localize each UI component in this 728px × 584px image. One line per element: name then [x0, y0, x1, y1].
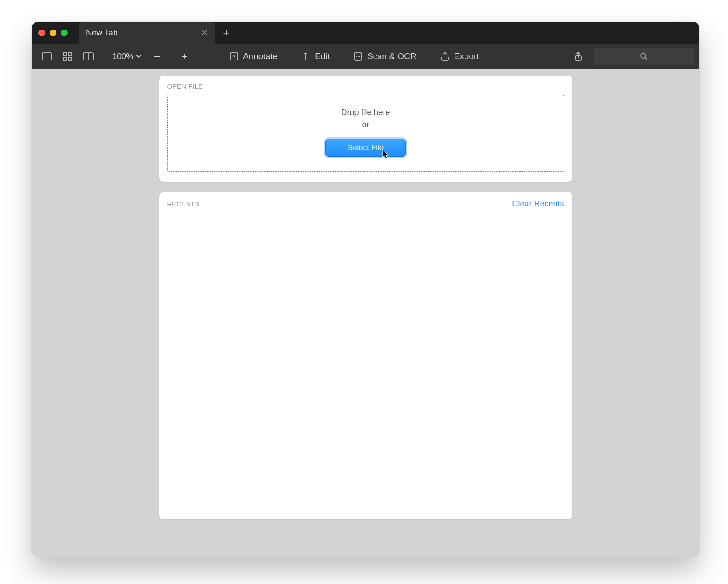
toolbar-divider — [103, 50, 103, 62]
plus-icon — [181, 53, 188, 60]
sidebar-icon — [42, 52, 52, 60]
edit-button[interactable]: Edit — [297, 47, 334, 65]
svg-rect-0 — [42, 53, 51, 60]
thumbnails-button[interactable] — [58, 47, 76, 65]
book-icon — [83, 52, 94, 60]
share-icon — [574, 51, 583, 61]
scan-ocr-label: Scan & OCR — [367, 51, 417, 61]
svg-line-19 — [645, 58, 647, 60]
tab-title: New Tab — [86, 28, 118, 38]
scan-ocr-button[interactable]: Scan & OCR — [349, 47, 421, 65]
window-controls — [38, 30, 68, 36]
content-area: OPEN FILE Drop file here or Select File … — [32, 69, 699, 557]
toolbar: 100% A Annotate Edit Scan & OCR Export — [32, 44, 699, 69]
scan-icon — [354, 51, 363, 61]
edit-icon — [301, 52, 310, 61]
export-button[interactable]: Export — [436, 47, 484, 65]
svg-rect-3 — [68, 52, 71, 55]
clear-recents-link[interactable]: Clear Recents — [512, 199, 564, 209]
svg-text:A: A — [232, 54, 236, 59]
file-dropzone[interactable]: Drop file here or Select File — [167, 95, 564, 172]
select-file-button[interactable]: Select File — [325, 139, 406, 157]
edit-label: Edit — [315, 51, 330, 61]
open-file-title: OPEN FILE — [167, 83, 564, 90]
svg-rect-2 — [63, 52, 66, 55]
drop-text: Drop file here — [341, 108, 390, 117]
zoom-dropdown[interactable]: 100% — [108, 52, 146, 61]
maximize-window-button[interactable] — [61, 30, 68, 36]
zoom-in-button[interactable] — [176, 47, 194, 65]
drop-or-text: or — [362, 120, 369, 130]
svg-rect-5 — [68, 57, 71, 60]
chevron-down-icon — [136, 55, 142, 58]
export-icon — [440, 51, 450, 61]
grid-icon — [63, 52, 72, 61]
sidebar-toggle-button[interactable] — [37, 47, 56, 65]
two-page-view-button[interactable] — [78, 47, 98, 65]
annotate-icon: A — [229, 52, 238, 61]
annotate-label: Annotate — [243, 51, 278, 61]
tab-bar: New Tab ✕ ＋ — [32, 22, 699, 44]
svg-point-18 — [641, 53, 646, 58]
minus-icon — [153, 53, 161, 60]
export-label: Export — [454, 51, 479, 61]
zoom-value: 100% — [112, 52, 133, 61]
search-icon — [640, 52, 648, 60]
toolbar-divider — [171, 50, 171, 62]
close-window-button[interactable] — [38, 30, 45, 36]
search-box[interactable] — [594, 48, 694, 65]
zoom-out-button[interactable] — [148, 47, 166, 65]
annotate-button[interactable]: A Annotate — [225, 47, 282, 65]
app-window: New Tab ✕ ＋ 100% A Annotate — [32, 22, 699, 557]
tab-new[interactable]: New Tab ✕ — [79, 22, 215, 44]
minimize-window-button[interactable] — [50, 30, 56, 36]
recents-card: RECENTS Clear Recents — [159, 192, 572, 519]
svg-rect-4 — [63, 57, 66, 60]
recents-title: RECENTS — [167, 201, 200, 208]
open-file-card: OPEN FILE Drop file here or Select File — [159, 76, 572, 182]
close-tab-button[interactable]: ✕ — [201, 28, 208, 38]
new-tab-button[interactable]: ＋ — [217, 24, 235, 42]
share-button[interactable] — [569, 47, 587, 65]
